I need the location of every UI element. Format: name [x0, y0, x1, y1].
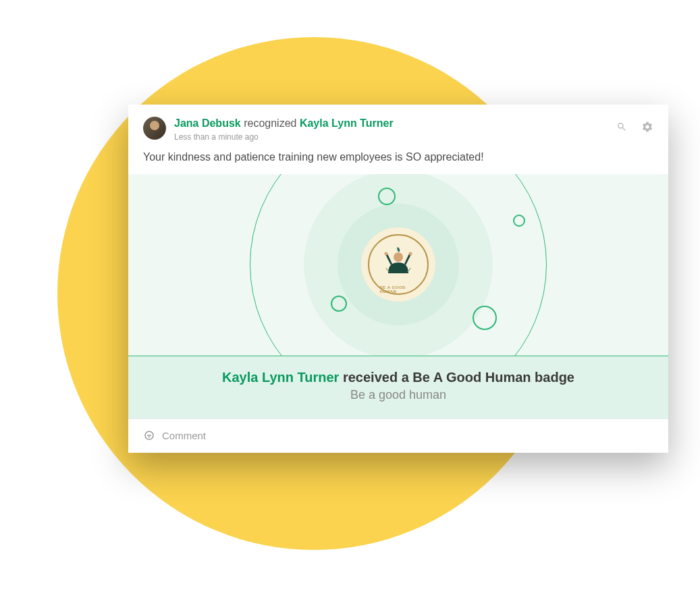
banner-recipient-name[interactable]: Kayla Lynn Turner	[222, 370, 339, 385]
badge-visual-area: BE A GOOD HUMAN	[128, 174, 668, 356]
timestamp: Less than a minute ago	[174, 132, 616, 142]
svg-point-1	[385, 252, 388, 256]
avatar[interactable]	[143, 117, 166, 140]
banner-subtitle: Be a good human	[143, 388, 653, 402]
search-icon[interactable]	[616, 121, 628, 133]
card-header: Jana Debusk recognized Kayla Lynn Turner…	[128, 105, 668, 147]
badge-emblem: BE A GOOD HUMAN	[361, 227, 435, 302]
svg-point-2	[409, 252, 412, 256]
recipient-name-link[interactable]: Kayla Lynn Turner	[300, 117, 394, 129]
gear-icon[interactable]	[641, 121, 653, 133]
banner-title: Kayla Lynn Turner received a Be A Good H…	[143, 370, 653, 385]
comment-bar[interactable]	[128, 418, 668, 453]
recognition-card: Jana Debusk recognized Kayla Lynn Turner…	[128, 105, 668, 453]
badge-banner: Kayla Lynn Turner received a Be A Good H…	[128, 356, 668, 418]
header-text: Jana Debusk recognized Kayla Lynn Turner…	[174, 117, 616, 142]
svg-point-0	[394, 252, 403, 262]
recognition-line: Jana Debusk recognized Kayla Lynn Turner	[174, 117, 616, 131]
decoration-bubble	[331, 296, 347, 312]
banner-text: received a Be A Good Human badge	[343, 370, 574, 385]
recognition-verb: recognized	[244, 117, 296, 129]
comment-icon	[143, 430, 155, 442]
decoration-bubble	[378, 188, 396, 205]
recognition-message: Your kindness and patience training new …	[128, 147, 668, 174]
decoration-bubble	[473, 306, 497, 330]
badge-illustration	[380, 246, 416, 283]
decoration-bubble	[513, 215, 525, 227]
comment-input[interactable]	[162, 430, 653, 441]
badge-label-text: BE A GOOD HUMAN	[380, 285, 417, 294]
actor-name-link[interactable]: Jana Debusk	[174, 117, 241, 129]
header-actions	[616, 121, 653, 133]
